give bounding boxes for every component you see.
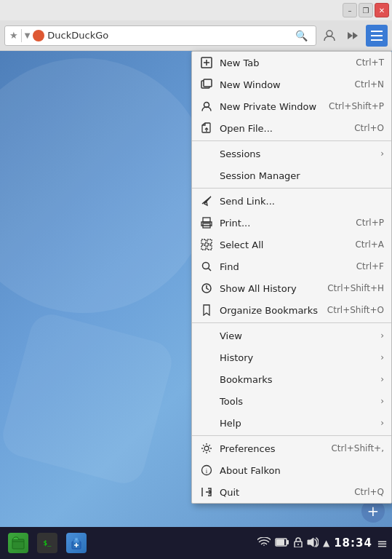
divider-3 [192, 322, 391, 323]
search-icon[interactable]: 🔍 [291, 25, 311, 46]
terminal-icon: $_ [37, 533, 57, 553]
new-tab-shortcut: Ctrl+T [356, 58, 384, 68]
menu-item-organize-bookmarks[interactable]: Organize Bookmarks Ctrl+Shift+O [192, 299, 391, 321]
history-label: History [220, 352, 377, 363]
quit-label: Quit [220, 487, 354, 498]
organize-bookmarks-icon [199, 303, 214, 317]
menu-item-history[interactable]: History › [192, 346, 391, 368]
svg-rect-34 [276, 539, 284, 545]
svg-rect-15 [201, 239, 206, 244]
tools-label: Tools [220, 396, 377, 407]
tray-arrow-icon[interactable]: ▲ [323, 538, 329, 548]
divider-1 [192, 140, 391, 141]
preferences-shortcut: Ctrl+Shift+, [331, 443, 384, 453]
system-clock: 18:34 [334, 536, 372, 550]
browser-menu: New Tab Ctrl+T New Window Ctrl+N New [191, 51, 392, 504]
menu-item-send-link[interactable]: Send Link... [192, 190, 391, 212]
help-arrow-icon: › [380, 418, 384, 428]
open-file-label: Open File... [220, 123, 354, 134]
duckduckgo-logo [33, 30, 44, 41]
hamburger-menu-button[interactable] [366, 25, 388, 47]
view-arrow-icon: › [380, 330, 384, 341]
svg-rect-16 [207, 239, 212, 244]
titlebar: – ❐ ✕ [0, 0, 392, 20]
session-manager-placeholder-icon [199, 168, 214, 183]
sessions-arrow-icon: › [380, 148, 384, 159]
svg-rect-33 [287, 540, 289, 544]
svg-point-36 [297, 544, 299, 545]
quit-shortcut: Ctrl+Q [354, 487, 384, 497]
volume-icon [307, 537, 319, 550]
taskbar-menu-icon[interactable]: ≡ [377, 536, 388, 551]
bookmarks-placeholder-icon [199, 372, 214, 386]
menu-item-new-private-window[interactable]: New Private Window Ctrl+Shift+P [192, 95, 391, 117]
new-tab-icon [199, 55, 214, 70]
menu-item-quit[interactable]: Quit Ctrl+Q [192, 481, 391, 503]
find-icon [199, 259, 214, 274]
restore-button[interactable]: ❐ [359, 3, 373, 17]
menu-item-session-manager[interactable]: Session Manager [192, 164, 391, 186]
menu-item-view[interactable]: View › [192, 325, 391, 346]
taskbar: $_ [0, 527, 392, 559]
open-file-icon [199, 121, 214, 135]
menu-item-sessions[interactable]: Sessions › [192, 143, 391, 164]
menu-item-open-file[interactable]: Open File... Ctrl+O [192, 117, 391, 139]
history-sub-placeholder-icon [199, 350, 214, 365]
menu-item-preferences[interactable]: Preferences Ctrl+Shift+, [192, 437, 391, 459]
menu-item-about-falkon[interactable]: i About Falkon [192, 459, 391, 481]
divider-4 [192, 435, 391, 436]
new-window-icon [199, 77, 214, 92]
package-icon [66, 533, 87, 553]
address-bar[interactable]: ★ ▼ DuckDuckGo 🔍 [4, 25, 316, 46]
svg-marker-37 [308, 538, 313, 547]
find-shortcut: Ctrl+F [356, 261, 384, 271]
quit-icon [199, 485, 214, 499]
print-label: Print... [220, 218, 356, 229]
svg-point-19 [203, 263, 209, 269]
select-all-label: Select All [220, 239, 355, 250]
menu-item-select-all[interactable]: Select All Ctrl+A [192, 234, 391, 255]
history-arrow-icon: › [380, 352, 384, 362]
menu-item-print[interactable]: Print... Ctrl+P [192, 212, 391, 234]
menu-item-bookmarks[interactable]: Bookmarks › [192, 368, 391, 390]
taskbar-app-files[interactable] [4, 529, 32, 557]
about-icon: i [199, 463, 214, 477]
dropdown-arrow-icon: ▼ [25, 31, 31, 39]
svg-marker-2 [353, 32, 358, 39]
history-icon [199, 281, 214, 296]
svg-line-20 [209, 269, 212, 271]
svg-rect-29 [75, 538, 78, 541]
send-link-icon [199, 194, 214, 208]
menu-item-show-all-history[interactable]: Show All History Ctrl+Shift+H [192, 277, 391, 299]
svg-rect-18 [207, 245, 212, 250]
tools-arrow-icon: › [380, 396, 384, 406]
organize-bookmarks-label: Organize Bookmarks [220, 305, 327, 316]
fast-forward-icon[interactable] [343, 25, 363, 46]
private-window-icon [199, 99, 214, 114]
desktop: – ❐ ✕ ★ ▼ DuckDuckGo 🔍 [0, 0, 392, 559]
open-file-shortcut: Ctrl+O [354, 123, 384, 133]
svg-rect-4 [371, 35, 383, 36]
bookmarks-arrow-icon: › [380, 374, 384, 384]
svg-rect-10 [204, 79, 212, 87]
menu-item-new-window[interactable]: New Window Ctrl+N [192, 74, 391, 95]
menu-item-new-tab[interactable]: New Tab Ctrl+T [192, 52, 391, 74]
taskbar-app-package[interactable] [63, 529, 90, 557]
close-button[interactable]: ✕ [375, 3, 389, 17]
user-icon[interactable] [319, 25, 340, 46]
files-icon [8, 533, 28, 553]
svg-marker-1 [348, 32, 353, 39]
bookmarks-label: Bookmarks [220, 374, 377, 385]
view-placeholder-icon [199, 328, 214, 343]
tools-placeholder-icon [199, 394, 214, 408]
menu-item-find[interactable]: Find Ctrl+F [192, 255, 391, 277]
send-link-label: Send Link... [220, 196, 384, 207]
organize-bookmarks-shortcut: Ctrl+Shift+O [327, 305, 384, 315]
menu-item-help[interactable]: Help › [192, 412, 391, 434]
menu-item-tools[interactable]: Tools › [192, 390, 391, 412]
taskbar-app-terminal[interactable]: $_ [33, 529, 61, 557]
minimize-button[interactable]: – [343, 3, 357, 17]
show-all-history-shortcut: Ctrl+Shift+H [327, 283, 384, 293]
preferences-icon [199, 441, 214, 456]
lock-icon [294, 537, 303, 550]
